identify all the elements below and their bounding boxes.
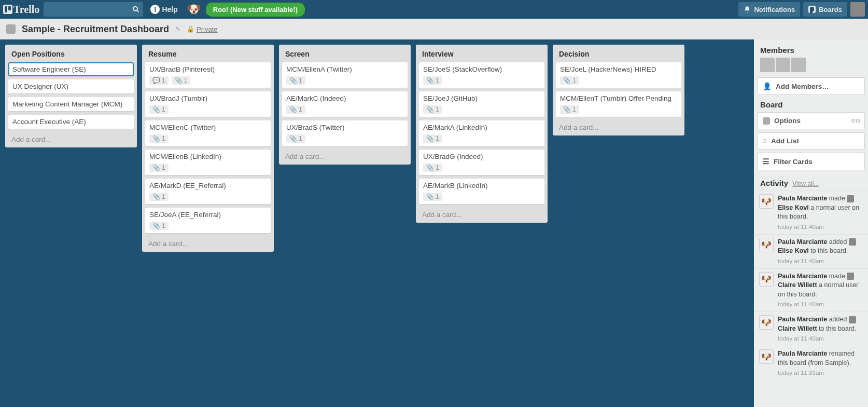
activity-avatar[interactable]: 🐶: [759, 272, 774, 287]
attachment-icon: 📎: [289, 106, 297, 113]
filter-cards-button[interactable]: ☰ Filter Cards: [757, 153, 865, 170]
board-section-heading: Board: [754, 98, 868, 112]
list: InterviewSE/JoeS (StackOverflow)📎1SE/Joe…: [416, 45, 548, 223]
card[interactable]: MCM/EllenT (Tumblr) Offer Pending📎1: [556, 91, 681, 117]
list: ScreenMCM/EllenA (Twitter)📎1AE/MarkC (In…: [279, 45, 411, 165]
add-card[interactable]: Add a card...: [8, 132, 134, 144]
activity-text: Paula Marciante made Claire Willett a no…: [778, 272, 863, 309]
activity-time: today at 11:40am: [778, 334, 863, 343]
card[interactable]: UX/BradG (Indeed)📎1: [419, 150, 544, 175]
add-card[interactable]: Add a card...: [282, 150, 408, 161]
add-members-label: Add Members…: [776, 83, 829, 90]
mini-avatar: [849, 238, 856, 246]
card-title: UX Designer (UX): [12, 83, 130, 90]
board-sidebar: ▶ Members 👤 Add Members… Board Options ⊙…: [754, 39, 868, 407]
activity-item: 🐶Paula Marciante added Claire Willett to…: [754, 311, 868, 346]
member-avatar[interactable]: [791, 58, 806, 72]
card-badges: 💬1📎1: [149, 76, 267, 85]
trello-logo-icon: [3, 5, 12, 14]
roo-banner[interactable]: Roo! (New stuff available!): [206, 3, 305, 17]
list-header[interactable]: Open Positions: [8, 48, 134, 62]
options-expand-icon: ⊙⊙: [851, 117, 860, 124]
attachments-badge: 📎1: [423, 164, 442, 172]
card-badges: 📎1: [286, 76, 403, 85]
help-link[interactable]: i Help: [150, 5, 177, 14]
list-header[interactable]: Resume: [145, 48, 271, 62]
activity-text: Paula Marciante made Elise Kovi a normal…: [778, 194, 863, 231]
card[interactable]: MCM/EllenC (Twitter)📎1: [145, 120, 271, 146]
list-header[interactable]: Interview: [419, 48, 544, 62]
attachment-icon: 📎: [426, 135, 434, 142]
card[interactable]: MCM/EllenB (LinkedIn)📎1: [145, 150, 271, 175]
boards-button[interactable]: Boards: [803, 2, 847, 17]
activity-time: today at 11:31am: [778, 369, 863, 377]
attachment-icon: 📎: [152, 106, 160, 113]
boards-label: Boards: [819, 6, 842, 13]
privacy-link[interactable]: Private: [197, 25, 217, 33]
user-avatar[interactable]: [850, 2, 865, 17]
card-badges: 📎1: [149, 193, 267, 201]
member-avatar[interactable]: [760, 58, 775, 72]
card[interactable]: UX/BradJ (Tumblr)📎1: [145, 91, 271, 117]
activity-text: Paula Marciante renamed this board (from…: [778, 349, 863, 377]
card[interactable]: SE/JoeS (StackOverflow)📎1: [419, 62, 544, 88]
attachment-icon: 📎: [426, 193, 434, 200]
search-button[interactable]: [129, 2, 143, 17]
card[interactable]: AE/MarkD (EE_Referral)📎1: [145, 179, 271, 205]
attachment-icon: 📎: [152, 135, 160, 142]
logo[interactable]: Trello: [3, 4, 39, 16]
add-list-button[interactable]: ≡ Add List: [757, 132, 865, 150]
card[interactable]: AE/MarkC (Indeed)📎1: [282, 91, 408, 117]
attachment-icon: 📎: [289, 135, 297, 142]
attachment-icon: 📎: [152, 193, 160, 200]
card[interactable]: UX Designer (UX): [8, 79, 134, 94]
activity-heading: Activity View all...: [754, 173, 868, 191]
add-card[interactable]: Add a card...: [556, 120, 681, 132]
activity-view-all[interactable]: View all...: [792, 180, 819, 187]
card-title: Software Engineer (SE): [12, 65, 130, 73]
attachments-badge: 📎1: [423, 76, 442, 85]
card[interactable]: Account Executive (AE): [8, 115, 134, 129]
attachment-icon: 📎: [426, 77, 434, 84]
card-badges: 📎1: [149, 105, 267, 114]
add-card[interactable]: Add a card...: [419, 208, 544, 220]
search-input[interactable]: [44, 2, 129, 17]
board-canvas: Open PositionsSoftware Engineer (SE)UX D…: [0, 39, 868, 407]
member-avatar[interactable]: [776, 58, 790, 72]
board-icon: [6, 24, 16, 34]
list-header[interactable]: Screen: [282, 48, 408, 62]
activity-avatar[interactable]: 🐶: [759, 349, 774, 364]
lock-icon: 🔒: [187, 25, 194, 33]
card-badges: 📎1: [560, 105, 677, 114]
card[interactable]: UX/BradS (Twitter)📎1: [282, 120, 408, 146]
edit-title-icon[interactable]: ✎: [175, 25, 180, 33]
activity-avatar[interactable]: 🐶: [759, 315, 774, 330]
activity-item: 🐶Paula Marciante made Claire Willett a n…: [754, 268, 868, 312]
card[interactable]: MCM/EllenA (Twitter)📎1: [282, 62, 408, 88]
activity-time: today at 11:40am: [778, 257, 863, 265]
add-members-button[interactable]: 👤 Add Members…: [757, 77, 865, 95]
card[interactable]: SE/JoeJ (GitHub)📎1: [419, 91, 544, 117]
info-icon: i: [150, 5, 160, 14]
card[interactable]: SE/JoeL (HackerNews) HIRED📎1: [556, 62, 681, 88]
attachment-icon: 📎: [426, 164, 434, 171]
card-title: SE/JoeJ (GitHub): [423, 94, 540, 102]
card[interactable]: SE/JoeA (EE_Referral)📎1: [145, 208, 271, 234]
list-header[interactable]: Decision: [556, 48, 681, 62]
boards-icon: [808, 6, 816, 13]
card[interactable]: UX/BradB (Pinterest)💬1📎1: [145, 62, 271, 88]
add-card[interactable]: Add a card...: [145, 237, 271, 249]
card[interactable]: Marketing Content Manager (MCM): [8, 97, 134, 112]
search-box: [44, 2, 143, 17]
card[interactable]: AE/MarkA (LinkedIn)📎1: [419, 120, 544, 146]
activity-avatar[interactable]: 🐶: [759, 194, 774, 209]
activity-avatar[interactable]: 🐶: [759, 238, 774, 252]
options-button[interactable]: Options ⊙⊙: [757, 112, 865, 129]
card[interactable]: Software Engineer (SE): [8, 62, 134, 76]
card-badges: 📎1: [423, 164, 540, 172]
board-header: Sample - Recruitment Dashboard ✎ 🔒 Priva…: [0, 19, 868, 39]
card[interactable]: AE/MarkB (LinkedIn)📎1: [419, 179, 544, 205]
notifications-button[interactable]: Notifications: [738, 2, 800, 17]
activity-time: today at 11:40am: [778, 223, 863, 231]
filter-icon: ☰: [763, 157, 769, 166]
